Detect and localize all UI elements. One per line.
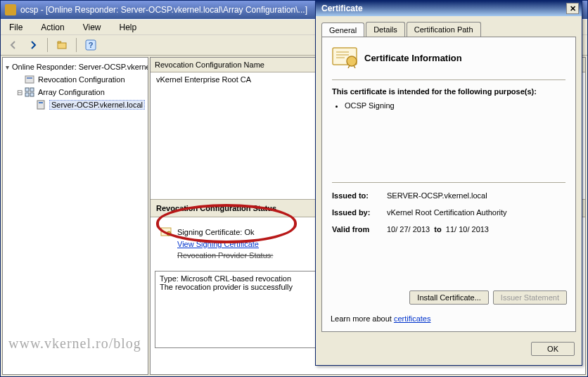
- view-signing-cert-link[interactable]: View Signing Certificate: [177, 240, 259, 248]
- issued-by-value: vKernel Root Certification Authority: [387, 208, 565, 217]
- revoc-provider-status: Revocation Provider Status:: [177, 251, 273, 260]
- tab-general[interactable]: General: [321, 23, 364, 37]
- app-icon: [5, 4, 16, 15]
- cert-tabstrip: General Details Certification Path: [316, 16, 582, 37]
- menu-help[interactable]: Help: [115, 21, 141, 34]
- valid-to-word: to: [434, 225, 441, 234]
- config-icon: [24, 74, 35, 85]
- svg-text:?: ?: [89, 41, 94, 49]
- purpose-list: OCSP Signing: [332, 101, 565, 110]
- certificate-dialog: Certificate ✕ General Details Certificat…: [315, 0, 582, 366]
- valid-range: 10/ 27/ 2013 to 11/ 10/ 2013: [387, 225, 565, 234]
- svg-rect-11: [39, 102, 43, 103]
- cert-info-heading: Certificate Information: [364, 53, 462, 63]
- tree-revoc-config[interactable]: Revocation Configuration: [4, 73, 146, 86]
- svg-point-18: [347, 56, 357, 66]
- learn-more-link[interactable]: certificates: [394, 314, 431, 323]
- tree-root-label: Online Responder: Server-OCSP.vkernel: [12, 63, 148, 71]
- tab-certification-path[interactable]: Certification Path: [407, 22, 481, 37]
- toolbar-sep: [76, 38, 77, 52]
- learn-more-prefix: Learn more about: [331, 314, 394, 323]
- svg-rect-10: [37, 101, 44, 109]
- tab-panel-general: Certificate Information This certificate…: [321, 37, 576, 332]
- tree-server-label: Server-OCSP.vkernel.local: [49, 100, 145, 110]
- svg-rect-5: [27, 77, 32, 79]
- tree-pane[interactable]: ▾ Online Responder: Server-OCSP.vkernel …: [2, 57, 148, 375]
- arrow-right-icon: [28, 40, 38, 50]
- ok-button[interactable]: OK: [531, 342, 575, 356]
- valid-to-value: 11/ 10/ 2013: [446, 225, 489, 234]
- menu-action[interactable]: Action: [37, 21, 68, 34]
- tree-revoc-label: Revocation Configuration: [38, 75, 125, 84]
- arrow-left-icon: [8, 40, 18, 50]
- signing-cert-text: Signing Certificate: Ok: [177, 228, 254, 236]
- valid-from-value: 10/ 27/ 2013: [387, 225, 430, 234]
- certificate-icon: [160, 227, 172, 237]
- svg-rect-8: [25, 93, 29, 96]
- server-icon: [35, 99, 46, 110]
- properties-button[interactable]: [53, 37, 70, 53]
- tab-details[interactable]: Details: [366, 22, 405, 37]
- tree-root[interactable]: ▾ Online Responder: Server-OCSP.vkernel: [4, 60, 146, 73]
- svg-rect-9: [30, 93, 34, 96]
- separator: [332, 79, 565, 80]
- toolbar-sep: [47, 38, 48, 52]
- issuer-statement-button[interactable]: Issuer Statement: [493, 290, 567, 305]
- valid-from-label: Valid from: [332, 225, 387, 234]
- window-title: ocsp - [Online Responder: Server-OCSP.vk…: [20, 5, 307, 15]
- help-icon: ?: [85, 39, 96, 51]
- nav-back-button[interactable]: [5, 37, 22, 53]
- watermark: www.vkernel.ro/blog: [8, 336, 141, 352]
- issued-to-value: SERVER-OCSP.vkernel.local: [387, 191, 565, 200]
- collapse-icon[interactable]: ▾: [6, 63, 9, 71]
- tree-server-node[interactable]: Server-OCSP.vkernel.local: [4, 98, 146, 111]
- install-certificate-button[interactable]: Install Certificate...: [409, 290, 488, 305]
- collapse-icon[interactable]: ⊟: [15, 89, 24, 96]
- svg-rect-4: [25, 76, 34, 83]
- cert-dialog-title: Certificate: [321, 4, 363, 13]
- close-icon: ✕: [570, 4, 576, 13]
- menu-file[interactable]: File: [5, 21, 27, 34]
- certificate-icon: [332, 47, 357, 68]
- svg-rect-7: [30, 88, 34, 91]
- folder-icon: [57, 40, 67, 50]
- svg-rect-6: [25, 88, 29, 91]
- issued-to-label: Issued to:: [332, 191, 387, 200]
- array-icon: [24, 87, 35, 98]
- menu-view[interactable]: View: [79, 21, 106, 34]
- close-button[interactable]: ✕: [566, 3, 579, 14]
- purpose-intro: This certificate is intended for the fol…: [332, 87, 565, 96]
- help-button[interactable]: ?: [82, 37, 99, 53]
- svg-rect-0: [58, 43, 66, 49]
- separator: [332, 182, 565, 183]
- purpose-item: OCSP Signing: [345, 101, 565, 110]
- learn-more: Learn more about certificates: [331, 314, 430, 323]
- tree-array-label: Array Configuration: [38, 88, 105, 96]
- cert-dialog-titlebar[interactable]: Certificate ✕: [316, 1, 582, 16]
- issued-by-label: Issued by:: [332, 208, 387, 217]
- svg-point-13: [167, 231, 171, 236]
- tree-array-config[interactable]: ⊟ Array Configuration: [4, 86, 146, 98]
- nav-forward-button[interactable]: [25, 37, 41, 53]
